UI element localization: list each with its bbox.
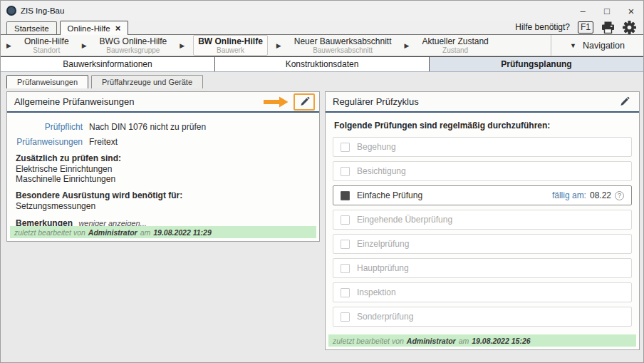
edit-pruefzyklus-button[interactable] <box>613 93 635 111</box>
navigation-dropdown[interactable]: ▼ Navigation <box>551 35 643 56</box>
checkbox-icon[interactable] <box>341 288 350 297</box>
edit-timestamp: 19.08.2022 15:26 <box>472 337 530 345</box>
document-tabbar: Startseite Online-Hilfe × Hilfe benötigt… <box>1 21 643 35</box>
close-window-button[interactable]: × <box>619 1 643 21</box>
check-row-sonderpruefung[interactable]: Sonderprüfung <box>333 307 632 327</box>
check-row-einfache-pruefung[interactable]: Einfache Prüfung fällig am: 08.22 ? <box>333 185 632 205</box>
panel-regulaerer-pruefzyklus: Regulärer Prüfzyklus Folgende Prüfungen … <box>325 91 640 350</box>
section-heading: Besondere Ausrüstung wird benötigt für: <box>16 190 311 201</box>
edit-timestamp: 19.08.2022 11:29 <box>153 228 212 237</box>
breadcrumb-arrow-icon: ▶ <box>82 42 87 49</box>
navigation-label: Navigation <box>583 41 625 51</box>
checkbox-icon[interactable] <box>341 215 350 225</box>
breadcrumb-item-bauwerksgruppe[interactable]: BWG Online-Hilfe Bauwerksgruppe <box>95 36 172 55</box>
breadcrumb-arrow-icon: ▶ <box>276 42 281 49</box>
breadcrumb-item-zustand[interactable]: Aktueller Zustand Zustand <box>417 36 492 55</box>
breadcrumb-bar: ▶ Online-Hilfe Standort ▶ BWG Online-Hil… <box>1 35 643 56</box>
check-row-inspektion[interactable]: Inspektion <box>333 282 632 302</box>
tab-bauwerksinformationen[interactable]: Bauwerksinformationen <box>1 57 215 71</box>
breadcrumb-item-bauwerksabschnitt[interactable]: Neuer Bauwerksabschnitt Bauwerksabschnit… <box>290 36 396 55</box>
tab-online-hilfe[interactable]: Online-Hilfe × <box>60 21 129 35</box>
f1-help-button[interactable]: F1 <box>578 21 593 34</box>
maximize-button[interactable]: □ <box>595 1 619 21</box>
tab-pruefanweisungen[interactable]: Prüfanweisungen <box>6 75 88 88</box>
help-icon[interactable]: ? <box>615 191 624 200</box>
minimize-button[interactable]: – <box>571 1 595 21</box>
panel-allgemeine-pruefanweisungen: Allgemeine Prüfanweisungen Prüfpflicht N… <box>6 91 320 242</box>
last-edited-bar: zuletzt bearbeitet von Administrator am … <box>10 226 316 238</box>
last-edited-bar: zuletzt bearbeitet von Administrator am … <box>328 334 636 347</box>
sub-tabbar: Prüfanweisungen Prüffahrzeuge und Geräte <box>6 75 206 88</box>
pencil-icon <box>619 96 630 107</box>
close-tab-icon[interactable]: × <box>115 25 121 32</box>
due-date: fällig am: 08.22 ? <box>552 190 624 200</box>
breadcrumb-arrow-icon: ▶ <box>6 42 11 49</box>
content-area: Prüfanweisungen Prüffahrzeuge und Geräte… <box>1 72 643 363</box>
tab-startseite[interactable]: Startseite <box>6 21 57 34</box>
tab-label: Online-Hilfe <box>68 24 110 33</box>
check-row-hauptpruefung[interactable]: Hauptprüfung <box>333 258 632 278</box>
tab-label: Startseite <box>14 24 49 33</box>
titlebar: ZIS Ing-Bau – □ × <box>1 1 643 21</box>
settings-button[interactable] <box>623 21 636 34</box>
panel-title: Regulärer Prüfzyklus <box>333 96 419 107</box>
print-button[interactable] <box>601 21 615 34</box>
section-line: Maschinelle Einrichtungen <box>16 174 311 184</box>
checkbox-icon[interactable] <box>341 143 350 152</box>
editor-name: Administrator <box>88 228 137 237</box>
tab-konstruktionsdaten[interactable]: Konstruktionsdaten <box>215 57 430 71</box>
section-heading: Zusätzlich zu prüfen sind: <box>16 153 311 164</box>
checklist-intro: Folgende Prüfungen sind regelmäßig durch… <box>334 121 630 131</box>
breadcrumb-item-bauwerk-selected[interactable]: BW Online-Hilfe Bauwerk <box>193 35 268 56</box>
edit-pruefanweisungen-button[interactable] <box>294 93 315 111</box>
pencil-icon <box>299 96 310 107</box>
breadcrumb: ▶ Online-Hilfe Standort ▶ BWG Online-Hil… <box>1 35 551 56</box>
section-line: Elektrische Einrichtungen <box>16 164 311 174</box>
breadcrumb-arrow-icon: ▶ <box>180 42 185 49</box>
field-pruefanweisungen: Prüfanweisungen Freitext <box>16 137 311 147</box>
check-row-begehung[interactable]: Begehung <box>333 137 632 157</box>
checkbox-icon[interactable] <box>341 264 350 273</box>
section-line: Setzungsmessungen <box>16 201 311 211</box>
titlebar-toolbar: Hilfe benötigt? F1 <box>515 21 643 34</box>
window-controls: – □ × <box>571 1 643 21</box>
check-row-einzelpruefung[interactable]: Einzelprüfung <box>333 234 632 254</box>
section-tabbar: Bauwerksinformationen Konstruktionsdaten… <box>1 56 643 72</box>
panel-body: Prüfpflicht Nach DIN 1076 nicht zu prüfe… <box>7 113 319 239</box>
chevron-down-icon: ▼ <box>570 42 576 49</box>
tab-prueffahrzeuge-geraete[interactable]: Prüffahrzeuge und Geräte <box>91 75 203 88</box>
checkbox-icon[interactable] <box>341 167 350 176</box>
window-title: ZIS Ing-Bau <box>21 6 64 15</box>
field-pruefpflicht: Prüfpflicht Nach DIN 1076 nicht zu prüfe… <box>16 122 311 132</box>
breadcrumb-item-standort[interactable]: Online-Hilfe Standort <box>20 36 73 55</box>
check-row-eingehende-ueberpruefung[interactable]: Eingehende Überprüfung <box>333 210 632 230</box>
checkbox-checked-icon[interactable] <box>341 191 350 200</box>
tutorial-arrow-icon <box>262 96 289 108</box>
editor-name: Administrator <box>407 337 456 345</box>
breadcrumb-arrow-icon: ▶ <box>404 42 409 49</box>
printer-icon <box>601 21 615 34</box>
panel-header: Regulärer Prüfzyklus <box>326 92 639 113</box>
checkbox-icon[interactable] <box>341 240 350 249</box>
panel-title: Allgemeine Prüfanweisungen <box>14 96 134 107</box>
gear-icon <box>623 21 636 34</box>
help-needed-label: Hilfe benötigt? <box>515 22 570 32</box>
checkbox-icon[interactable] <box>341 312 350 322</box>
panel-header: Allgemeine Prüfanweisungen <box>7 92 319 113</box>
app-logo-icon <box>6 6 16 16</box>
panel-body: Folgende Prüfungen sind regelmäßig durch… <box>326 113 639 327</box>
app-window: ZIS Ing-Bau – □ × Startseite Online-Hilf… <box>0 0 644 363</box>
check-row-besichtigung[interactable]: Besichtigung <box>333 161 632 181</box>
tab-pruefungsplanung[interactable]: Prüfungsplanung <box>430 57 643 71</box>
